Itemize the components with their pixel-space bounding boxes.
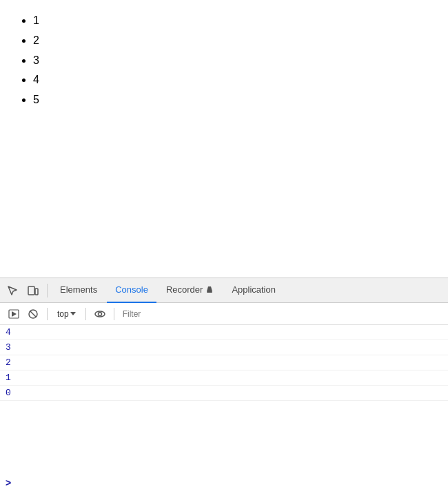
recorder-flask-icon <box>205 286 214 294</box>
svg-point-9 <box>98 312 101 315</box>
svg-rect-3 <box>207 291 212 293</box>
list-item: 1 <box>33 11 431 31</box>
dropdown-arrow-icon <box>70 312 76 315</box>
devtools-panel: Elements Console Recorder Application <box>0 278 448 491</box>
tab-divider-1 <box>47 284 48 297</box>
filter-input[interactable] <box>120 308 442 320</box>
console-prompt: > <box>0 474 448 491</box>
svg-marker-5 <box>12 311 17 317</box>
tab-elements[interactable]: Elements <box>52 278 105 303</box>
inspect-icon[interactable] <box>3 281 22 300</box>
device-toolbar-icon[interactable] <box>23 281 43 300</box>
list-item: 2 <box>33 31 431 51</box>
console-line: 1 <box>0 370 448 386</box>
execute-icon[interactable] <box>6 306 22 322</box>
block-icon <box>28 309 39 320</box>
tab-recorder[interactable]: Recorder <box>158 278 222 303</box>
context-dropdown[interactable]: top <box>53 308 80 320</box>
console-line: 0 <box>0 386 448 401</box>
console-line: 2 <box>0 355 448 370</box>
list-item: 4 <box>33 70 431 90</box>
svg-rect-1 <box>35 289 38 295</box>
console-line: 3 <box>0 340 448 355</box>
list-item: 3 <box>33 51 431 71</box>
svg-line-7 <box>30 311 36 317</box>
bullet-list: 12345 <box>17 11 431 110</box>
devtools-tab-bar: Elements Console Recorder Application <box>0 278 448 303</box>
tab-application[interactable]: Application <box>223 278 284 303</box>
tab-console[interactable]: Console <box>107 278 156 303</box>
prompt-symbol: > <box>6 477 11 488</box>
main-content: 12345 <box>0 0 448 278</box>
svg-marker-2 <box>207 286 212 291</box>
eye-icon[interactable] <box>92 306 108 322</box>
toolbar-divider-2 <box>85 308 86 320</box>
list-item: 5 <box>33 90 431 110</box>
console-toolbar: top <box>0 303 448 325</box>
toolbar-divider-1 <box>47 308 48 320</box>
console-line: 4 <box>0 325 448 340</box>
svg-rect-0 <box>28 286 34 295</box>
clear-messages-icon[interactable] <box>25 306 41 322</box>
play-icon <box>8 309 19 320</box>
toolbar-divider-3 <box>114 308 114 320</box>
console-output: 43210 <box>0 325 448 474</box>
